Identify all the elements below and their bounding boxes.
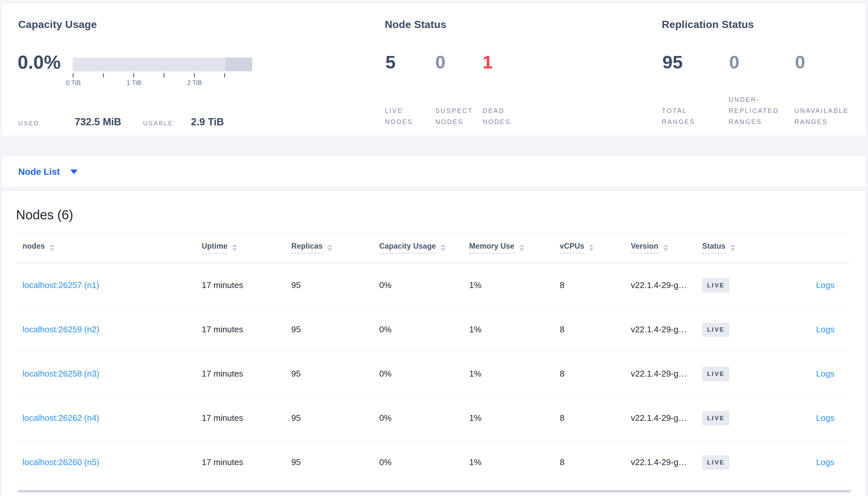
memory-cell: 1%	[463, 457, 553, 467]
table-row-node-3: localhost:26258 (n3) 17 minutes 95 0% 1%…	[16, 352, 849, 396]
node-link[interactable]: localhost:26260 (n5)	[16, 457, 195, 467]
vcpus-cell: 8	[553, 457, 624, 467]
unavailable-ranges-label-line1: UNAVAILABLE	[794, 105, 849, 116]
status-cell: LIVE	[695, 455, 780, 470]
node-link[interactable]: localhost:26257 (n1)	[16, 280, 195, 290]
chevron-down-icon	[70, 170, 77, 174]
live-nodes-label-line1: LIVE	[385, 105, 413, 116]
total-ranges-label-line2: RANGES	[662, 116, 695, 127]
sort-icon[interactable]	[50, 244, 55, 251]
live-nodes-count: 5	[386, 50, 395, 74]
replicas-cell: 95	[285, 369, 373, 379]
capacity-cell: 0%	[373, 457, 463, 467]
column-header-vcpus[interactable]: vCPUs	[553, 242, 624, 253]
capacity-axis-tick	[224, 73, 225, 77]
sort-icon[interactable]	[663, 244, 668, 251]
version-cell: v22.1.4-29-g…	[624, 280, 695, 290]
replication-status-title: Replication Status	[662, 18, 754, 31]
horizontal-scrollbar[interactable]	[18, 490, 851, 492]
uptime-cell: 17 minutes	[195, 280, 285, 290]
replicas-cell: 95	[285, 325, 373, 335]
nodes-table: nodes Uptime Replicas Capacity Usage Mem…	[16, 232, 849, 485]
capacity-cell: 0%	[373, 413, 463, 423]
under-replicated-label-line2: REPLICATED	[729, 105, 779, 116]
logs-link[interactable]: Logs	[780, 369, 849, 379]
capacity-bar-other-segment	[225, 58, 252, 71]
capacity-cell: 0%	[373, 369, 463, 379]
sort-icon[interactable]	[731, 244, 735, 251]
column-header-version-label: Version	[631, 242, 658, 253]
column-header-vcpus-label: vCPUs	[560, 242, 584, 253]
vcpus-cell: 8	[553, 413, 624, 423]
vcpus-cell: 8	[553, 325, 624, 335]
status-cell: LIVE	[695, 367, 780, 381]
uptime-cell: 17 minutes	[195, 457, 285, 467]
dead-nodes-count: 1	[482, 50, 493, 74]
column-header-nodes-label: nodes	[23, 242, 45, 253]
logs-link[interactable]: Logs	[780, 457, 849, 467]
node-link[interactable]: localhost:26262 (n4)	[16, 413, 195, 423]
column-header-memory[interactable]: Memory Use	[463, 242, 553, 253]
status-badge: LIVE	[702, 278, 730, 293]
table-row-node-2: localhost:26259 (n2) 17 minutes 95 0% 1%…	[16, 308, 849, 352]
nodes-section-title: Nodes (6)	[16, 207, 73, 222]
status-cell: LIVE	[695, 323, 780, 337]
column-header-uptime[interactable]: Uptime	[195, 242, 285, 253]
uptime-cell: 17 minutes	[195, 325, 285, 335]
used-value: 732.5 MiB	[75, 115, 121, 128]
dead-nodes-label-line1: DEAD	[482, 105, 511, 116]
version-cell: v22.1.4-29-g…	[624, 457, 695, 467]
column-header-version[interactable]: Version	[624, 242, 695, 253]
uptime-cell: 17 minutes	[195, 413, 285, 423]
capacity-usage-bar	[73, 58, 252, 71]
version-cell: v22.1.4-29-g…	[624, 369, 695, 379]
under-replicated-label-line1: UNDER-	[729, 94, 779, 105]
status-badge: LIVE	[702, 455, 730, 470]
status-badge: LIVE	[702, 367, 730, 381]
sort-icon[interactable]	[589, 244, 594, 251]
status-badge: LIVE	[702, 411, 730, 425]
column-header-capacity[interactable]: Capacity Usage	[373, 242, 463, 253]
cluster-overview-panel: Capacity Usage 0.0% 0 TiB 1 TiB 2 TiB US…	[2, 3, 866, 136]
table-row-node-4: localhost:26262 (n4) 17 minutes 95 0% 1%…	[16, 396, 849, 440]
column-header-status-label: Status	[702, 242, 725, 253]
column-header-nodes[interactable]: nodes	[16, 242, 195, 253]
dead-nodes-label-line2: NODES	[482, 116, 511, 127]
replicas-cell: 95	[285, 413, 373, 423]
status-cell: LIVE	[695, 278, 780, 293]
capacity-axis-tick	[103, 73, 104, 77]
memory-cell: 1%	[463, 325, 553, 335]
status-badge: LIVE	[702, 323, 730, 337]
sort-icon[interactable]	[232, 244, 237, 251]
column-header-capacity-label: Capacity Usage	[379, 242, 436, 253]
logs-link[interactable]: Logs	[780, 280, 849, 290]
logs-link[interactable]: Logs	[780, 325, 849, 335]
used-label: USED	[18, 120, 40, 127]
node-link[interactable]: localhost:26259 (n2)	[16, 325, 195, 335]
memory-cell: 1%	[463, 413, 553, 423]
capacity-used-percent: 0.0%	[18, 50, 61, 74]
under-replicated-label-line3: RANGES	[729, 116, 779, 127]
unavailable-ranges-count: 0	[795, 50, 805, 74]
usable-label: USABLE	[143, 120, 173, 127]
sort-icon[interactable]	[441, 244, 445, 251]
view-selector-bar: Node List	[2, 156, 866, 188]
live-nodes-label: LIVE NODES	[385, 105, 413, 127]
sort-icon[interactable]	[327, 244, 332, 251]
node-link[interactable]: localhost:26258 (n3)	[16, 369, 195, 379]
under-replicated-ranges-label: UNDER- REPLICATED RANGES	[729, 94, 779, 127]
column-header-memory-label: Memory Use	[469, 242, 514, 253]
column-header-replicas[interactable]: Replicas	[285, 242, 373, 253]
replicas-cell: 95	[285, 280, 373, 290]
capacity-bar-usable-segment	[73, 58, 225, 71]
column-header-status[interactable]: Status	[695, 242, 780, 253]
capacity-usage-title: Capacity Usage	[18, 18, 97, 31]
table-row-node-5: localhost:26260 (n5) 17 minutes 95 0% 1%…	[16, 440, 849, 485]
column-header-uptime-label: Uptime	[202, 242, 227, 253]
node-list-dropdown[interactable]: Node List	[18, 167, 77, 177]
usable-value: 2.9 TiB	[191, 115, 224, 128]
sort-icon[interactable]	[519, 244, 524, 251]
capacity-axis-tick	[194, 73, 195, 77]
total-ranges-count: 95	[662, 50, 683, 74]
logs-link[interactable]: Logs	[780, 413, 849, 423]
